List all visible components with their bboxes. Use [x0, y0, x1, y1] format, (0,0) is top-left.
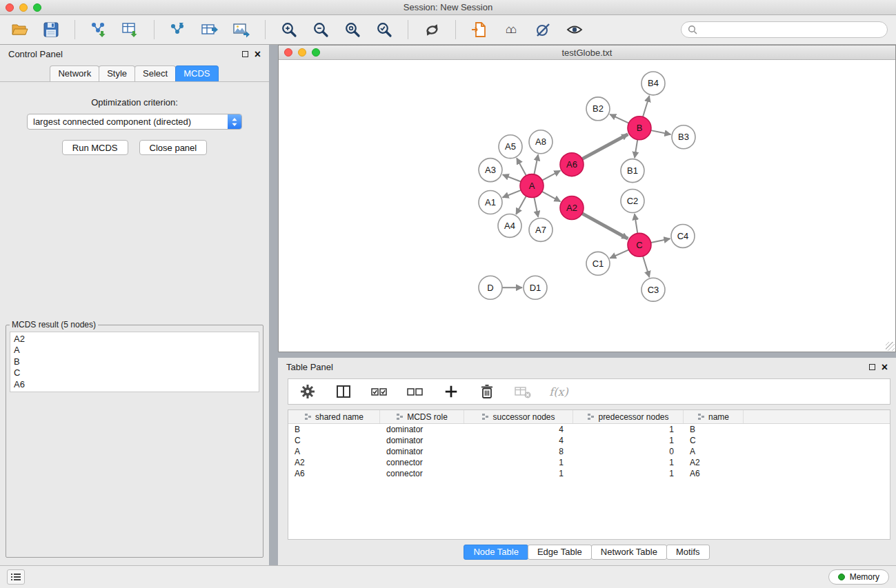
column-header-successor-nodes[interactable]: successor nodes	[464, 410, 573, 423]
column-header-predecessor-nodes[interactable]: predecessor nodes	[573, 410, 684, 423]
mcds-result-item[interactable]: A6	[14, 379, 255, 390]
tab-network[interactable]: Network	[50, 65, 99, 81]
node-A[interactable]: A	[520, 174, 544, 198]
node-A3[interactable]: A3	[479, 159, 502, 182]
float-table-panel-icon[interactable]	[869, 364, 875, 370]
search-box[interactable]	[681, 21, 888, 38]
table-row[interactable]: A2connector11A2	[288, 457, 890, 468]
edge-B-B3[interactable]	[651, 130, 671, 134]
node-B1[interactable]: B1	[621, 159, 644, 183]
edge-C-C4[interactable]	[651, 239, 670, 243]
node-B4[interactable]: B4	[641, 72, 665, 95]
delete-column-button[interactable]	[512, 381, 534, 403]
open-session-button[interactable]	[8, 19, 30, 41]
zoom-out-button[interactable]	[310, 19, 332, 41]
node-C3[interactable]: C3	[641, 278, 665, 301]
delete-row-button[interactable]	[476, 381, 498, 403]
table-row[interactable]: Cdominator41C	[288, 435, 890, 446]
network-graph[interactable]: B4B2BB3A5A8A6A3AB1A1A2C2A4A7C4CC1DD1C3	[279, 60, 895, 352]
tab-style[interactable]: Style	[99, 65, 135, 81]
node-A2[interactable]: A2	[560, 196, 584, 220]
edge-A-A8[interactable]	[534, 154, 538, 174]
function-builder-button[interactable]: f(x)	[548, 381, 570, 403]
node-D[interactable]: D	[479, 276, 502, 299]
mcds-result-item[interactable]: A	[14, 345, 255, 356]
column-header-shared-name[interactable]: shared name	[288, 410, 380, 423]
import-table-button[interactable]	[119, 19, 141, 41]
network-minimize-button[interactable]	[298, 48, 306, 57]
network-close-button[interactable]	[284, 48, 292, 57]
close-window-button[interactable]	[6, 3, 14, 12]
export-network-button[interactable]	[167, 19, 189, 41]
column-header-name[interactable]: name	[684, 410, 744, 423]
mcds-result-item[interactable]: C	[14, 367, 255, 378]
edge-B-B2[interactable]	[610, 114, 628, 123]
export-image-button[interactable]	[230, 19, 252, 41]
optimization-dropdown[interactable]: largest connected component (directed)	[27, 114, 242, 130]
edge-B-B4[interactable]	[643, 96, 649, 117]
float-panel-icon[interactable]	[242, 51, 248, 57]
close-panel-icon[interactable]: ×	[255, 49, 261, 60]
tab-select[interactable]: Select	[135, 65, 176, 81]
node-A4[interactable]: A4	[498, 214, 521, 237]
zoom-fit-button[interactable]	[341, 19, 364, 41]
tab-mcds[interactable]: MCDS	[175, 65, 218, 81]
edge-C-C3[interactable]	[643, 256, 649, 278]
edge-A-A5[interactable]	[517, 158, 526, 175]
edge-A-A6[interactable]	[542, 171, 560, 181]
edge-A-A3[interactable]	[503, 174, 521, 181]
node-A6[interactable]: A6	[560, 153, 584, 176]
tab-motifs[interactable]: Motifs	[666, 545, 710, 560]
show-columns-button[interactable]	[332, 381, 355, 403]
zoom-selected-button[interactable]	[373, 19, 395, 41]
zoom-in-button[interactable]	[278, 19, 300, 41]
resize-grip[interactable]	[886, 342, 895, 351]
edge-A-A1[interactable]	[503, 190, 521, 198]
node-B2[interactable]: B2	[586, 97, 610, 121]
tab-network-table[interactable]: Network Table	[591, 545, 667, 560]
edge-A-A4[interactable]	[516, 196, 526, 214]
edge-A-A7[interactable]	[534, 197, 538, 217]
graphics-details-button[interactable]	[532, 19, 554, 41]
table-row[interactable]: Bdominator41B	[288, 424, 890, 435]
table-row[interactable]: Adominator80A	[288, 446, 890, 457]
node-D1[interactable]: D1	[524, 276, 547, 299]
table-settings-button[interactable]	[297, 381, 319, 403]
minimize-window-button[interactable]	[19, 3, 28, 12]
network-canvas[interactable]: B4B2BB3A5A8A6A3AB1A1A2C2A4A7C4CC1DD1C3	[279, 60, 895, 352]
node-A8[interactable]: A8	[529, 130, 552, 154]
tab-edge-table[interactable]: Edge Table	[528, 545, 592, 560]
mcds-result-item[interactable]: B	[14, 356, 255, 367]
edge-B-B1[interactable]	[635, 140, 637, 158]
add-row-button[interactable]	[440, 381, 462, 403]
memory-button[interactable]: Memory	[828, 569, 889, 585]
run-mcds-button[interactable]: Run MCDS	[62, 140, 128, 155]
edge-A2-C[interactable]	[582, 214, 628, 239]
mcds-result-list[interactable]: A2ABCA6	[10, 332, 259, 392]
node-C4[interactable]: C4	[671, 224, 695, 247]
node-A1[interactable]: A1	[479, 191, 502, 214]
edge-A-A2[interactable]	[542, 192, 560, 202]
export-table-button[interactable]	[199, 19, 221, 41]
node-C2[interactable]: C2	[621, 190, 644, 213]
table-row[interactable]: A6connector11A6	[288, 468, 890, 479]
close-panel-button[interactable]: Close panel	[139, 140, 208, 155]
save-session-button[interactable]	[40, 19, 62, 41]
node-A5[interactable]: A5	[499, 135, 522, 159]
node-C[interactable]: C	[628, 233, 651, 256]
close-table-panel-icon[interactable]: ×	[882, 362, 888, 373]
deselect-all-button[interactable]	[404, 381, 426, 403]
birds-eye-button[interactable]	[564, 19, 586, 41]
import-file-button[interactable]	[468, 19, 490, 41]
tab-node-table[interactable]: Node Table	[464, 545, 528, 560]
import-network-button[interactable]	[88, 19, 110, 41]
edge-C-C2[interactable]	[635, 214, 637, 233]
first-neighbors-button[interactable]: ⌂⌂	[500, 19, 522, 41]
column-header-mcds-role[interactable]: MCDS role	[380, 410, 464, 423]
node-B3[interactable]: B3	[672, 125, 695, 149]
network-zoom-button[interactable]	[312, 48, 320, 57]
edge-C-C1[interactable]	[610, 250, 628, 258]
select-all-button[interactable]	[368, 381, 390, 403]
task-history-button[interactable]	[7, 569, 25, 585]
fullscreen-window-button[interactable]	[33, 3, 41, 12]
